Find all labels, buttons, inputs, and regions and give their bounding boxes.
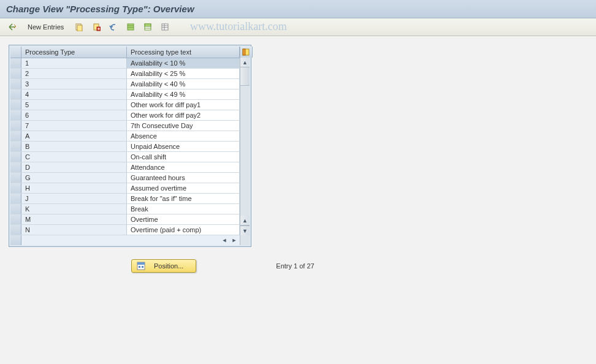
cell-processing-text[interactable]: Break: [127, 204, 240, 214]
scroll-up-icon[interactable]: ▲: [240, 58, 250, 67]
title-bar: Change View "Processing Type": Overview: [0, 0, 596, 18]
cell-processing-text[interactable]: Availability < 40 %: [127, 79, 240, 89]
page-title: Change View "Processing Type": Overview: [6, 4, 194, 14]
table-row[interactable]: 6Other work for diff pay2: [10, 110, 240, 121]
cell-processing-type[interactable]: A: [21, 131, 127, 141]
cell-processing-type[interactable]: N: [21, 225, 127, 235]
cell-processing-type[interactable]: 7: [21, 121, 127, 131]
cell-processing-text[interactable]: Availability < 10 %: [127, 58, 240, 68]
table-row[interactable]: HAssumed overtime: [10, 183, 240, 194]
row-selector[interactable]: [10, 173, 21, 183]
row-selector[interactable]: [10, 58, 21, 68]
cell-processing-text[interactable]: On-call shift: [127, 152, 240, 162]
table-row[interactable]: BUnpaid Absence: [10, 142, 240, 152]
cell-processing-text[interactable]: Unpaid Absence: [127, 142, 240, 151]
scroll-right-icon[interactable]: ►: [230, 236, 239, 245]
vertical-scrollbar[interactable]: ▲ ▲ ▼: [240, 47, 250, 235]
table-row[interactable]: NOvertime (paid + comp): [10, 225, 240, 235]
row-selector[interactable]: [10, 183, 21, 193]
row-selector[interactable]: [10, 214, 21, 224]
hscroll-track[interactable]: ◄ ►: [21, 235, 240, 245]
row-selector[interactable]: [10, 89, 21, 99]
cell-processing-type[interactable]: J: [21, 194, 127, 203]
deselect-all-icon[interactable]: [158, 21, 172, 33]
watermark-text: www.tutorialkart.com: [190, 20, 287, 33]
cell-processing-type[interactable]: M: [21, 214, 127, 224]
cell-processing-text[interactable]: Other work for diff pay2: [127, 110, 240, 120]
table-row[interactable]: 77th Consecutive Day: [10, 121, 240, 131]
scroll-left-icon[interactable]: ◄: [220, 236, 229, 245]
cell-processing-text[interactable]: Other work for diff pay1: [127, 100, 240, 110]
entry-status: Entry 1 of 27: [276, 262, 314, 270]
cell-processing-text[interactable]: Availability < 49 %: [127, 89, 240, 99]
table-row[interactable]: MOvertime: [10, 214, 240, 225]
cell-processing-text[interactable]: Assumed overtime: [127, 183, 240, 193]
row-selector[interactable]: [10, 204, 21, 214]
horizontal-scrollbar: ◄ ►: [10, 235, 250, 245]
svg-rect-15: [243, 49, 245, 55]
cell-processing-type[interactable]: D: [21, 162, 127, 172]
row-selector[interactable]: [10, 162, 21, 172]
select-block-icon[interactable]: [140, 21, 155, 33]
cell-processing-text[interactable]: Availability < 25 %: [127, 69, 240, 78]
table-row[interactable]: GGuaranteed hours: [10, 173, 240, 183]
cell-processing-type[interactable]: K: [21, 204, 127, 214]
cell-processing-text[interactable]: Overtime (paid + comp): [127, 225, 240, 235]
cell-processing-text[interactable]: Absence: [127, 131, 240, 141]
cell-processing-type[interactable]: B: [21, 142, 127, 151]
cell-processing-type[interactable]: 2: [21, 69, 127, 78]
row-selector[interactable]: [10, 69, 21, 78]
column-header-selector[interactable]: [10, 47, 21, 58]
table-row[interactable]: 1Availability < 10 %: [10, 58, 240, 69]
select-all-icon[interactable]: [123, 21, 138, 33]
scroll-thumb[interactable]: [240, 67, 250, 86]
table-row[interactable]: JBreak for "as if" time: [10, 194, 240, 204]
cell-processing-text[interactable]: 7th Consecutive Day: [127, 121, 240, 131]
scroll-down-icon[interactable]: ▼: [240, 226, 250, 235]
table-body: 1Availability < 10 %2Availability < 25 %…: [10, 58, 240, 235]
table-settings-icon[interactable]: [240, 47, 253, 58]
copy-icon[interactable]: [72, 21, 86, 33]
position-button[interactable]: Position...: [131, 259, 196, 273]
table-row[interactable]: AAbsence: [10, 131, 240, 142]
row-selector[interactable]: [10, 100, 21, 110]
row-selector[interactable]: [10, 225, 21, 235]
table-row[interactable]: DAttendance: [10, 162, 240, 173]
table-row[interactable]: 3Availability < 40 %: [10, 79, 240, 89]
row-selector[interactable]: [10, 152, 21, 162]
svg-rect-18: [139, 266, 140, 268]
scroll-up2-icon[interactable]: ▲: [240, 216, 250, 226]
table-row[interactable]: 2Availability < 25 %: [10, 69, 240, 79]
table-row[interactable]: 4Availability < 49 %: [10, 89, 240, 100]
delete-icon[interactable]: [89, 21, 104, 33]
cell-processing-text[interactable]: Break for "as if" time: [127, 194, 240, 203]
processing-type-table: Processing Type Processing type text 1Av…: [10, 47, 240, 235]
column-header-type[interactable]: Processing Type: [21, 47, 127, 58]
cell-processing-type[interactable]: 3: [21, 79, 127, 89]
cell-processing-text[interactable]: Guaranteed hours: [127, 173, 240, 183]
column-header-text[interactable]: Processing type text: [127, 47, 240, 58]
row-selector[interactable]: [10, 194, 21, 203]
cell-processing-text[interactable]: Overtime: [127, 214, 240, 224]
undo-icon[interactable]: [106, 21, 121, 33]
row-selector[interactable]: [10, 131, 21, 141]
cell-processing-type[interactable]: 6: [21, 110, 127, 120]
cell-processing-type[interactable]: 5: [21, 100, 127, 110]
row-selector[interactable]: [10, 121, 21, 131]
row-selector[interactable]: [10, 79, 21, 89]
toggle-icon[interactable]: [5, 21, 20, 33]
svg-rect-17: [137, 262, 145, 265]
table-row[interactable]: COn-call shift: [10, 152, 240, 162]
cell-processing-type[interactable]: 4: [21, 89, 127, 99]
scroll-track[interactable]: [240, 86, 250, 216]
cell-processing-type[interactable]: G: [21, 173, 127, 183]
cell-processing-text[interactable]: Attendance: [127, 162, 240, 172]
row-selector[interactable]: [10, 110, 21, 120]
new-entries-button[interactable]: New Entries: [22, 21, 69, 33]
table-row[interactable]: KBreak: [10, 204, 240, 214]
cell-processing-type[interactable]: 1: [21, 58, 127, 68]
cell-processing-type[interactable]: C: [21, 152, 127, 162]
cell-processing-type[interactable]: H: [21, 183, 127, 193]
row-selector[interactable]: [10, 142, 21, 151]
table-row[interactable]: 5Other work for diff pay1: [10, 100, 240, 110]
